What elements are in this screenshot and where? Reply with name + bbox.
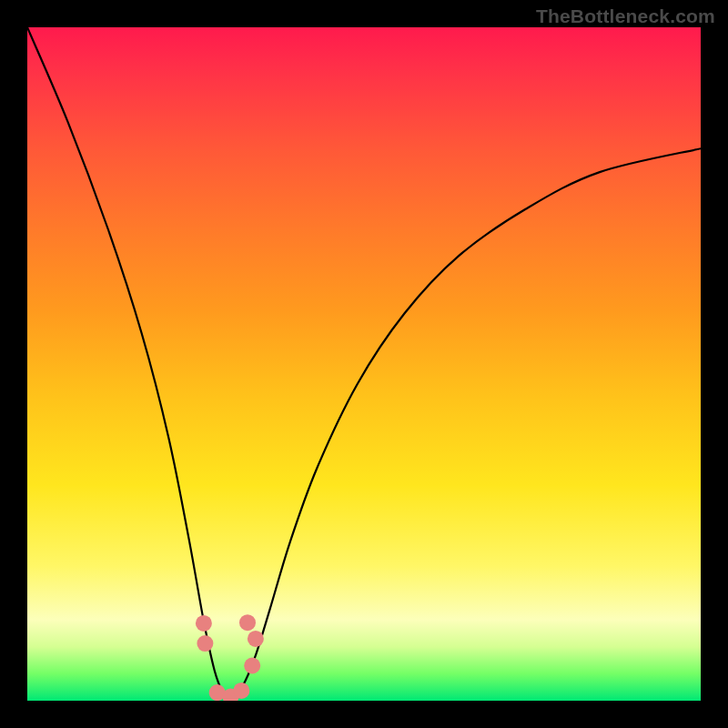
bottleneck-curve <box>27 27 701 698</box>
highlight-dot <box>244 658 260 674</box>
highlight-dot <box>196 615 212 632</box>
highlight-dot <box>233 682 249 699</box>
highlight-dots <box>196 614 264 701</box>
highlight-dot <box>197 635 213 652</box>
watermark-text: TheBottleneck.com <box>536 5 715 27</box>
chart-frame: TheBottleneck.com <box>0 0 728 728</box>
chart-svg <box>27 27 701 701</box>
highlight-dot <box>248 631 264 647</box>
plot-area <box>27 27 701 701</box>
highlight-dot <box>239 614 256 631</box>
